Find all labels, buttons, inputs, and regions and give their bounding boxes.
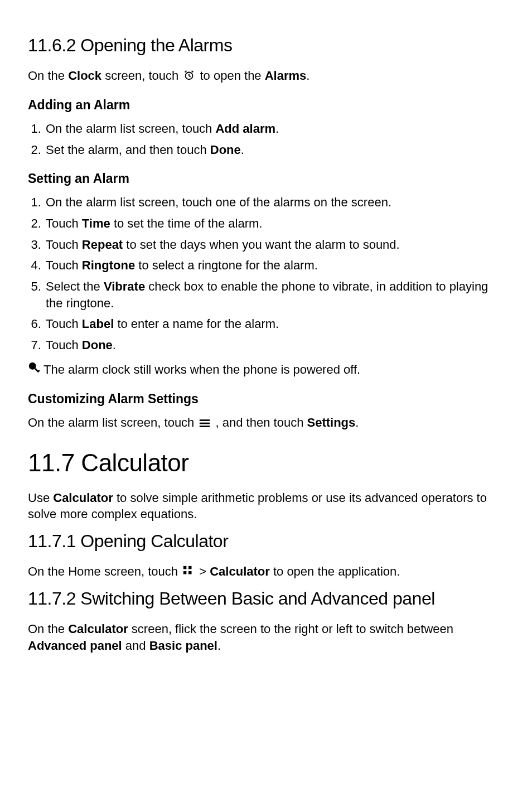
- apps-grid-icon: [182, 565, 195, 577]
- list-item: Touch Ringtone to select a ringtone for …: [45, 257, 504, 274]
- list-item: On the alarm list screen, touch one of t…: [45, 194, 504, 211]
- bold-text: Clock: [68, 69, 101, 83]
- text: , and then touch: [212, 416, 307, 429]
- text: .: [113, 338, 116, 352]
- svg-rect-10: [183, 566, 187, 569]
- svg-line-4: [192, 71, 194, 73]
- text: to set the days when you want the alarm …: [123, 238, 400, 252]
- bold-text: Done: [210, 143, 241, 157]
- text: screen, touch: [101, 69, 182, 83]
- text: .: [306, 69, 309, 83]
- bold-text: Add alarm: [215, 122, 275, 136]
- svg-point-5: [29, 363, 36, 370]
- page-number: 59: [461, 794, 474, 797]
- bold-text: Settings: [307, 416, 356, 429]
- text: screen, flick the screen to the right or…: [128, 622, 453, 636]
- text: Use: [28, 491, 53, 505]
- bold-text: Label: [82, 317, 114, 331]
- bold-text: Basic panel: [149, 639, 217, 653]
- bold-text: Repeat: [82, 238, 123, 252]
- bold-text: Alarms: [265, 69, 307, 83]
- text: Set the alarm, and then touch: [46, 143, 210, 157]
- menu-icon: [199, 418, 211, 428]
- bold-text: Calculator: [53, 491, 113, 505]
- text: Touch: [46, 238, 82, 252]
- text: to open the application.: [270, 564, 400, 578]
- text: .: [217, 639, 221, 653]
- text: to select a ringtone for the alarm.: [135, 258, 318, 272]
- list-item: On the alarm list screen, touch Add alar…: [45, 120, 504, 137]
- text: On the alarm list screen, touch: [28, 416, 197, 429]
- text: Select the: [46, 279, 104, 293]
- text: and: [122, 639, 149, 653]
- list-item: Select the Vibrate check box to enable t…: [45, 278, 504, 311]
- svg-rect-11: [188, 566, 192, 569]
- svg-line-2: [189, 76, 191, 77]
- section-heading-11-7: 11.7 Calculator: [28, 446, 504, 479]
- bold-text: Done: [82, 338, 113, 352]
- list-item: Touch Done.: [45, 337, 504, 354]
- text: Touch: [46, 317, 82, 331]
- ordered-list: On the alarm list screen, touch one of t…: [28, 194, 504, 354]
- text: to open the: [196, 69, 264, 83]
- text: to enter a name for the alarm.: [114, 317, 279, 331]
- note: The alarm clock still works when the pho…: [28, 361, 504, 378]
- text: Touch: [46, 338, 82, 352]
- subheading-adding-alarm: Adding an Alarm: [28, 96, 504, 114]
- bold-text: Time: [82, 216, 110, 230]
- paragraph: Use Calculator to solve simple arithmeti…: [28, 490, 504, 523]
- text: On the: [28, 69, 68, 83]
- bold-text: Calculator: [210, 564, 270, 578]
- subheading-customizing-alarm-settings: Customizing Alarm Settings: [28, 390, 504, 408]
- bold-text: Calculator: [68, 622, 128, 636]
- section-heading-11-6-2: 11.6.2 Opening the Alarms: [28, 33, 504, 57]
- text: On the Home screen, touch: [28, 564, 181, 578]
- text: >: [196, 564, 210, 578]
- note-icon: [28, 361, 43, 377]
- paragraph: On the Calculator screen, flick the scre…: [28, 621, 504, 654]
- ordered-list: On the alarm list screen, touch Add alar…: [28, 120, 504, 158]
- text: to set the time of the alarm.: [110, 216, 263, 230]
- svg-line-3: [185, 71, 187, 73]
- bold-text: Advanced panel: [28, 639, 122, 653]
- subheading-setting-alarm: Setting an Alarm: [28, 170, 504, 187]
- text: .: [355, 416, 359, 429]
- note-text: The alarm clock still works when the pho…: [43, 361, 360, 378]
- svg-rect-12: [183, 571, 187, 574]
- text: On the: [28, 622, 68, 636]
- list-item: Touch Repeat to set the days when you wa…: [45, 236, 504, 253]
- section-heading-11-7-2: 11.7.2 Switching Between Basic and Advan…: [28, 587, 504, 611]
- text: .: [275, 122, 279, 136]
- section-heading-11-7-1: 11.7.1 Opening Calculator: [28, 529, 504, 553]
- text: .: [241, 143, 244, 157]
- paragraph: On the alarm list screen, touch , and th…: [28, 414, 504, 431]
- alarm-icon: [183, 69, 195, 81]
- text: Touch: [46, 258, 82, 272]
- text: On the alarm list screen, touch: [46, 122, 215, 136]
- paragraph: On the Home screen, touch > Calculator t…: [28, 563, 504, 580]
- bold-text: Vibrate: [104, 279, 145, 293]
- list-item: Touch Label to enter a name for the alar…: [45, 316, 504, 332]
- svg-rect-13: [188, 571, 192, 574]
- bold-text: Ringtone: [82, 258, 135, 272]
- paragraph: On the Clock screen, touch to open the A…: [28, 67, 504, 84]
- list-item: Set the alarm, and then touch Done.: [45, 142, 504, 158]
- text: Touch: [46, 216, 82, 230]
- list-item: Touch Time to set the time of the alarm.: [45, 215, 504, 232]
